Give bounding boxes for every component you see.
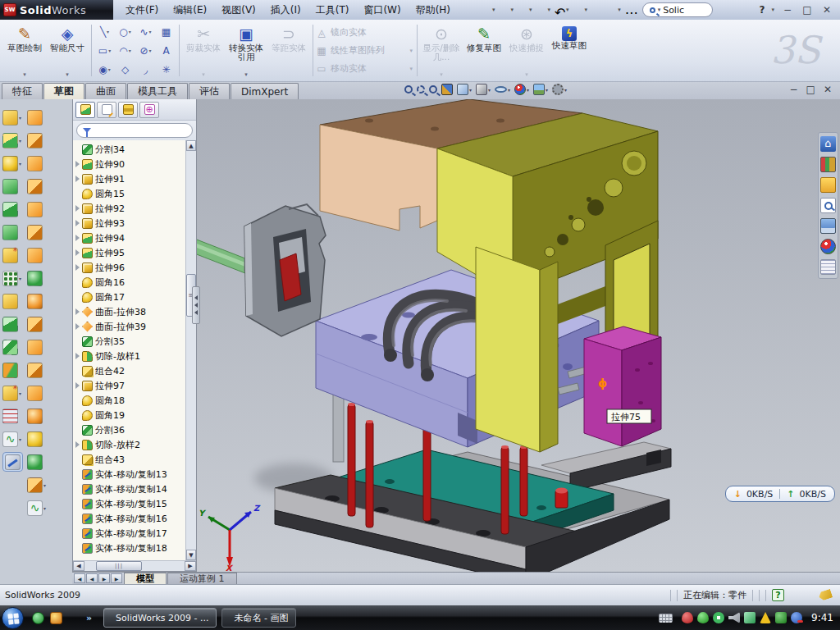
delete-body-icon[interactable]: ▾ [2,383,23,403]
custom-properties-tab[interactable] [820,259,836,275]
pin-icon[interactable] [464,2,478,18]
intersect-icon[interactable] [2,314,23,334]
boundary-surface-icon[interactable] [27,199,46,219]
point-icon[interactable]: ✳ [156,60,176,79]
tray-antivirus-icon[interactable] [682,612,693,623]
extruded-surface-icon[interactable] [27,107,46,127]
spline-tool-icon[interactable]: ▾ [2,429,23,449]
extend-surface-icon[interactable] [27,337,46,357]
hide-show-items-icon[interactable]: ▾ [494,85,511,94]
quicklaunch-chevron-icon[interactable]: » [86,613,92,623]
print-icon[interactable]: ▾ [535,2,553,18]
extruded-boss-icon[interactable]: ▾ [2,107,23,127]
task-button[interactable]: 未命名 - 画图 [221,608,296,628]
expand-arrow-icon[interactable] [75,264,80,271]
featuremanager-tab[interactable] [75,102,95,118]
appearances-tab[interactable] [820,239,836,254]
tree-item[interactable]: 圆角15 [73,186,185,201]
status-help-button[interactable]: ? [772,589,784,601]
network-speed-widget[interactable]: ↓0KB/S ↑0KB/S [725,486,835,502]
view-settings-icon[interactable]: ▾ [551,83,568,96]
rapid-sketch-button[interactable]: ϟ 快速草图 [548,21,591,80]
tree-item[interactable]: 拉伸95 [73,245,185,260]
previous-view-icon[interactable] [428,84,438,94]
linear-pattern-icon[interactable]: ▾ [2,268,23,288]
quicklaunch-messenger-icon[interactable] [32,612,44,624]
undo-icon[interactable]: ↶ ▾ [553,2,571,18]
scroll-thumb-h[interactable]: ||| [96,561,142,571]
scroll-left-icon[interactable]: ◀ [73,561,84,571]
menu-view[interactable]: 视图(V) [214,1,263,19]
评估[interactable]: 评估 [189,83,230,99]
tray-defender-icon[interactable] [775,612,787,623]
tree-item[interactable]: 拉伸90 [73,157,185,171]
help-button[interactable]: ? [760,4,765,16]
expand-arrow-icon[interactable] [75,249,80,256]
tree-item[interactable]: 拉伸96 [73,260,185,275]
草图[interactable]: 草图 [43,83,84,99]
tree-item[interactable]: 圆角19 [73,408,185,422]
tree-filter-input[interactable] [76,123,193,138]
ruled-surface-icon[interactable] [27,429,46,449]
keyboard-icon[interactable] [659,614,673,623]
tree-item[interactable]: 分割34 [73,142,185,157]
scroll-up-icon[interactable]: ▲ [186,140,196,151]
tree-item[interactable]: 实体-移动/复制18 [73,541,185,555]
rebuild-icon[interactable] [590,2,604,18]
revolved-surface-icon[interactable] [27,130,46,150]
doc-restore-button[interactable]: □ [806,84,815,95]
filled-surface-icon[interactable] [27,291,46,311]
quicklaunch-solidworks-icon[interactable] [68,612,80,624]
instant3d-icon[interactable] [2,452,23,472]
tag-icon[interactable] [818,589,833,601]
hole-wizard-icon[interactable] [2,245,23,265]
lofted-boss-icon[interactable] [2,199,23,219]
menu-window[interactable]: 窗口(W) [356,1,408,19]
swept-surface-icon[interactable] [27,153,46,173]
expand-arrow-icon[interactable] [75,323,80,330]
polygon-icon[interactable]: ◇ [115,60,135,79]
tree-item[interactable]: 曲面-拉伸38 [73,304,185,319]
offset-surface-icon[interactable] [27,222,46,242]
arc-icon[interactable]: ◠ ▾ [115,41,135,60]
tree-item[interactable]: 拉伸92 [73,201,185,216]
scroll-down-icon[interactable]: ▼ [186,550,196,560]
expand-arrow-icon[interactable] [75,441,80,448]
start-button[interactable] [2,607,24,629]
tree-item[interactable]: 组合42 [73,363,185,378]
mirror-entities-button[interactable]: ◬ 镜向实体 [316,25,414,41]
tray-warning-icon[interactable] [760,612,771,623]
replace-face-icon[interactable]: ▾ [27,475,46,495]
tree-item[interactable]: 实体-移动/复制14 [73,482,185,496]
smart-dimension-button[interactable]: ◈ 智能尺寸 ▾ [46,21,89,80]
tree-vertical-scrollbar[interactable]: ▲ ≡ ▼ [185,140,196,560]
tree-item[interactable]: 实体-移动/复制17 [73,526,185,541]
display-style-icon[interactable]: ▾ [475,83,491,96]
search-tab[interactable] [820,198,836,213]
tree-item[interactable]: 拉伸91 [73,171,185,186]
close-button[interactable]: ✕ [820,4,833,16]
swept-boss-icon[interactable] [2,176,23,196]
move-entities-button[interactable]: ▭ 移动实体 ▾ [316,61,414,77]
模具工具[interactable]: 模具工具 [127,83,188,99]
tree-horizontal-scrollbar[interactable]: ◀ ||| ▶ [73,560,196,571]
spline-icon[interactable]: ∿ ▾ [135,22,156,41]
曲面[interactable]: 曲面 [85,83,126,99]
expand-arrow-icon[interactable] [75,205,80,212]
zoom-fit-icon[interactable] [404,84,413,94]
tree-item[interactable]: 拉伸93 [73,216,185,231]
boundary-boss-icon[interactable] [2,222,23,242]
sketch-picture-icon[interactable]: ▦ [156,22,176,41]
save-icon[interactable]: ▾ [516,2,534,18]
scroll-right-icon[interactable]: ▶ [185,561,196,571]
tree-item[interactable]: 圆角16 [73,275,185,290]
tray-network-icon[interactable] [744,612,756,623]
resources-tab[interactable]: ⌂ [820,136,836,152]
menu-insert[interactable]: 插入(I) [263,1,308,19]
quick-snaps-button[interactable]: ⊛ 快速捕捉 ▾ [505,21,548,80]
text-icon[interactable]: A [156,41,176,60]
split-body-icon[interactable] [2,337,23,357]
surface-spline-icon[interactable]: ▾ [27,498,46,518]
tree-item[interactable]: 圆角18 [73,393,185,408]
tree-item[interactable]: 曲面-拉伸39 [73,319,185,334]
